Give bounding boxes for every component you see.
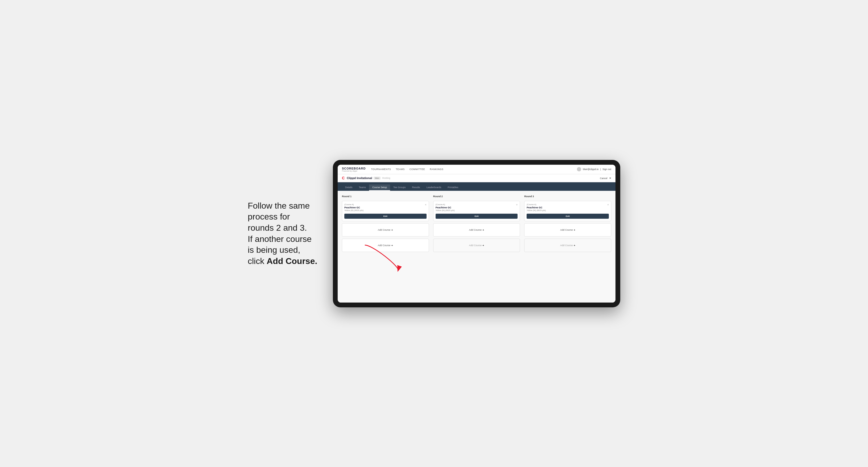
nav-committee[interactable]: COMMITTEE [409,168,425,170]
round-2-label: Round 2 [433,195,520,198]
plus-icon-2: + [391,244,393,247]
cancel-link[interactable]: Cancel [600,177,607,180]
tablet-screen: SCOREBOARD Powered by clippd TOURNAMENTS… [338,165,616,303]
cancel-area: Cancel ✕ [600,177,611,180]
tabs-bar: Details Teams Course Setup Tee Groups Re… [338,182,616,191]
instruction-text: Follow the same process for rounds 2 and… [248,200,322,267]
course-details-3: Yellow (M) (6629 yds) [527,209,546,212]
plus-icon-5: + [574,228,575,231]
add-course-text-3: Add Course [469,228,482,231]
add-course-text-5: Add Course [560,228,573,231]
course-name-3: Peachtree GC [527,206,546,209]
main-content: Round 1 (Course A) Peachtree GC Yellow (… [338,191,616,303]
course-tag-3: (Course A) [527,203,546,206]
plus-icon-4: + [483,244,484,247]
nav-tournaments[interactable]: TOURNAMENTS [371,168,391,170]
tab-leaderboards[interactable]: Leaderboards [423,184,445,191]
tab-details[interactable]: Details [342,184,356,191]
delete-course-button[interactable]: × [425,203,427,206]
add-course-slot-6: Add Course + [524,239,611,252]
add-course-text-2: Add Course [378,244,391,247]
add-course-slot-3[interactable]: Add Course + [433,223,520,237]
course-name-2: Peachtree GC [436,206,455,209]
add-course-slot-2[interactable]: Add Course + [342,239,429,252]
course-name: Peachtree GC [344,206,364,209]
course-tag: (Course A) [344,203,364,206]
course-tag-2: (Course A) [436,203,455,206]
tab-results[interactable]: Results [409,184,423,191]
card-header: (Course A) Peachtree GC Yellow (M) (6629… [344,203,427,213]
tab-tee-groups[interactable]: Tee Groups [390,184,409,191]
edit-course-button[interactable]: Edit [344,214,427,219]
tournament-badge: Men [374,177,380,180]
course-details-2: Yellow (M) (6629 yds) [436,209,455,212]
round-3-column: Round 3 (Course A) Peachtree GC Yellow (… [524,195,611,252]
tab-printables[interactable]: Printables [444,184,461,191]
add-course-text-4: Add Course [469,244,482,247]
scoreboard-logo: SCOREBOARD Powered by clippd [342,167,366,172]
user-email: blair@clippd.io [583,168,598,170]
add-course-slot-1[interactable]: Add Course + [342,223,429,237]
plus-icon-6: + [574,244,575,247]
round-3-course-card: (Course A) Peachtree GC Yellow (M) (6629… [524,201,611,221]
round-1-label: Round 1 [342,195,429,198]
add-course-slot-4: Add Course + [433,239,520,252]
tab-course-setup[interactable]: Course Setup [369,184,390,191]
edit-course-button-3[interactable]: Edit [527,214,609,219]
logo-sub: Powered by clippd [342,170,366,172]
nav-rankings[interactable]: RANKINGS [430,168,443,170]
card-header-3: (Course A) Peachtree GC Yellow (M) (6629… [527,203,609,213]
round-1-course-card: (Course A) Peachtree GC Yellow (M) (6629… [342,201,429,221]
logo-title: SCOREBOARD [342,167,366,170]
top-nav-links: TOURNAMENTS TEAMS COMMITTEE RANKINGS [371,168,577,170]
sign-out-link[interactable]: Sign out [602,168,611,170]
tablet-device: SCOREBOARD Powered by clippd TOURNAMENTS… [333,160,620,307]
add-course-text-6: Add Course [560,244,573,247]
delete-course-button-3[interactable]: × [607,203,609,206]
course-details: Yellow (M) (6629 yds) [344,209,364,212]
round-2-column: Round 2 (Course A) Peachtree GC Yellow (… [433,195,520,252]
brand-logo: C [342,176,345,180]
top-nav-user: blair@clippd.io | Sign out [577,167,611,172]
user-avatar [577,167,581,172]
plus-icon-3: + [483,228,484,231]
sub-header: C Clippd Invitational Men Hosting Cancel… [338,174,616,182]
nav-teams[interactable]: TEAMS [396,168,405,170]
top-nav: SCOREBOARD Powered by clippd TOURNAMENTS… [338,165,616,174]
page-wrapper: Follow the same process for rounds 2 and… [248,160,620,307]
delete-course-button-2[interactable]: × [516,203,518,206]
round-3-label: Round 3 [524,195,611,198]
hosting-status: Hosting [382,177,390,179]
cancel-icon[interactable]: ✕ [609,177,611,180]
tournament-title: Clippd Invitational [347,177,372,180]
round-2-course-card: (Course A) Peachtree GC Yellow (M) (6629… [433,201,520,221]
add-course-slot-5[interactable]: Add Course + [524,223,611,237]
card-header-2: (Course A) Peachtree GC Yellow (M) (6629… [436,203,518,213]
rounds-grid: Round 1 (Course A) Peachtree GC Yellow (… [342,195,611,252]
round-1-column: Round 1 (Course A) Peachtree GC Yellow (… [342,195,429,252]
plus-icon: + [391,228,393,231]
edit-course-button-2[interactable]: Edit [436,214,518,219]
add-course-text: Add Course [378,228,391,231]
tab-teams[interactable]: Teams [356,184,369,191]
